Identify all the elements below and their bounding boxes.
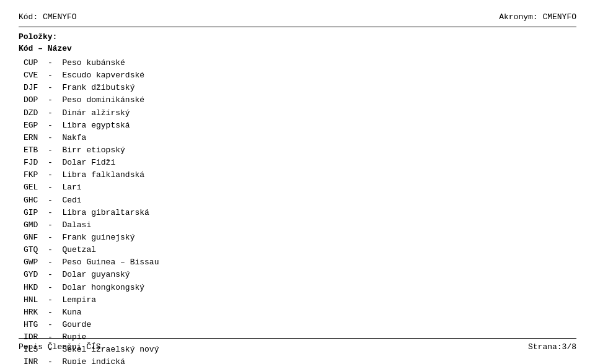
list-item: GHC - Cedi (24, 194, 576, 207)
list-item: CVE - Escudo kapverdské (24, 69, 576, 82)
header-divider (19, 27, 576, 27)
list-item: HKD - Dolar hongkongský (24, 282, 576, 294)
footer-right: Strana:3/8 (528, 342, 576, 352)
list-item: HTG - Gourde (24, 319, 576, 331)
section-title: Položky: (19, 32, 576, 41)
header-code: Kód: CMENYFO (19, 12, 77, 22)
list-item: ETB - Birr etiopský (24, 144, 576, 157)
header-acronym: Akronym: CMENYFO (499, 12, 576, 22)
list-item: GNF - Frank guinejský (24, 232, 576, 244)
list-item: GEL - Lari (24, 181, 576, 194)
list-item: GWP - Peso Guinea – Bissau (24, 256, 576, 269)
list-item: EGP - Libra egyptská (24, 119, 576, 132)
list-item: GMD - Dalasi (24, 219, 576, 232)
list-item: FKP - Libra falklandská (24, 169, 576, 181)
list-item: GIP - Libra gibraltarská (24, 207, 576, 219)
list-item: HNL - Lempira (24, 294, 576, 306)
list-item: DZD - Dinár alžírský (24, 107, 576, 119)
list-item: INR - Rupie indická (24, 356, 576, 364)
list-item: GYD - Dolar guyanský (24, 269, 576, 281)
list-item: GTQ - Quetzal (24, 244, 576, 256)
list-item: CUP - Peso kubánské (24, 57, 576, 69)
footer-left: Popis Členění ČÍS (19, 342, 101, 352)
list-item: DJF - Frank džibutský (24, 82, 576, 94)
list-item: DOP - Peso dominikánské (24, 94, 576, 106)
footer: Popis Členění ČÍS Strana:3/8 (19, 338, 576, 352)
section-subtitle: Kód – Název (19, 44, 576, 53)
list-item: ERN - Nakfa (24, 132, 576, 144)
header: Kód: CMENYFO Akronym: CMENYFO (19, 12, 576, 22)
items-list: CUP - Peso kubánskéCVE - Escudo kapverds… (19, 57, 576, 364)
list-item: HRK - Kuna (24, 306, 576, 319)
list-item: FJD - Dolar Fidži (24, 157, 576, 169)
